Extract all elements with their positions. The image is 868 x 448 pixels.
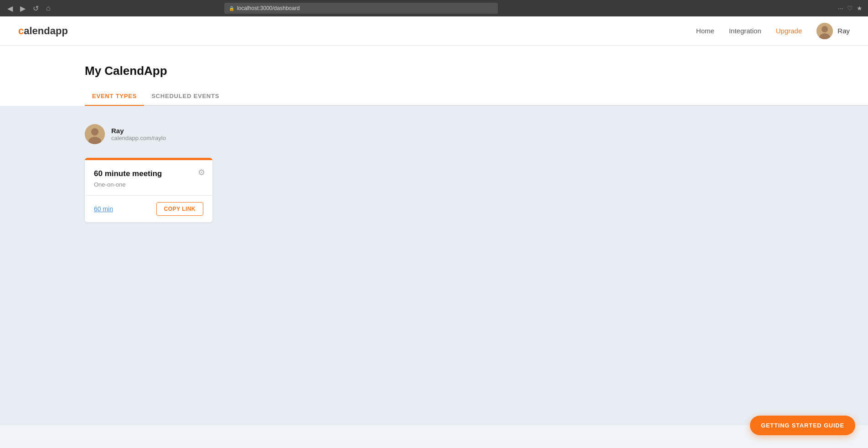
more-icon[interactable]: ··· (838, 5, 843, 12)
event-card-subtitle: One-on-one (94, 181, 203, 188)
tab-scheduled-events[interactable]: SCHEDULED EVENTS (144, 87, 227, 105)
navbar: calendapp Home Integration Upgrade Ray (0, 16, 868, 46)
page-header: My CalendApp EVENT TYPES SCHEDULED EVENT… (0, 64, 868, 106)
event-card-title: 60 minute meeting (94, 169, 203, 178)
event-card-duration-link[interactable]: 60 min (94, 205, 113, 213)
navbar-user: Ray (816, 23, 850, 39)
profile-info: Ray calendapp.com/raylo (111, 127, 166, 141)
browser-chrome: ◀ ▶ ↺ ⌂ 🔒 localhost:3000/dashboard ··· ♡… (0, 0, 868, 16)
tab-event-types[interactable]: EVENT TYPES (85, 87, 144, 105)
bookmark-icon[interactable]: ♡ (847, 5, 853, 12)
logo-text-app: app (50, 25, 68, 36)
event-card: ⚙ 60 minute meeting One-on-one 60 min CO… (85, 158, 212, 222)
nav-upgrade[interactable]: Upgrade (776, 27, 802, 35)
copy-link-button[interactable]: COPY LINK (156, 202, 203, 216)
svg-point-1 (822, 26, 828, 32)
address-url: localhost:3000/dashboard (237, 5, 300, 11)
event-card-body: ⚙ 60 minute meeting One-on-one (85, 160, 212, 195)
page-container: My CalendApp EVENT TYPES SCHEDULED EVENT… (0, 46, 868, 425)
reload-button[interactable]: ↺ (31, 3, 41, 14)
browser-right-icons: ··· ♡ ★ (838, 5, 863, 12)
address-bar[interactable]: 🔒 localhost:3000/dashboard (224, 3, 498, 14)
getting-started-button[interactable]: GETTING STARTED GUIDE (750, 416, 855, 435)
navbar-username: Ray (837, 27, 850, 35)
tabs-container: EVENT TYPES SCHEDULED EVENTS (85, 87, 868, 106)
profile-avatar (85, 124, 105, 144)
profile-name: Ray (111, 127, 166, 135)
nav-integration[interactable]: Integration (729, 27, 761, 35)
logo-text-calend: alend (24, 25, 50, 36)
event-card-footer: 60 min COPY LINK (85, 196, 212, 222)
lock-icon: 🔒 (229, 6, 234, 11)
page-title: My CalendApp (85, 64, 868, 78)
navbar-avatar[interactable] (816, 23, 833, 39)
svg-point-4 (91, 128, 98, 135)
forward-button[interactable]: ▶ (18, 3, 27, 14)
star-icon[interactable]: ★ (857, 5, 863, 12)
navbar-nav: Home Integration Upgrade (696, 27, 802, 35)
user-profile-row: Ray calendapp.com/raylo (85, 124, 783, 144)
logo-highlight: c (18, 25, 24, 36)
home-button[interactable]: ⌂ (44, 3, 52, 13)
back-button[interactable]: ◀ (5, 3, 15, 14)
event-card-settings-button[interactable]: ⚙ (198, 167, 205, 177)
nav-home[interactable]: Home (696, 27, 714, 35)
app-logo[interactable]: calendapp (18, 25, 68, 37)
profile-url: calendapp.com/raylo (111, 135, 166, 141)
content-area: Ray calendapp.com/raylo ⚙ 60 minute meet… (0, 106, 868, 425)
